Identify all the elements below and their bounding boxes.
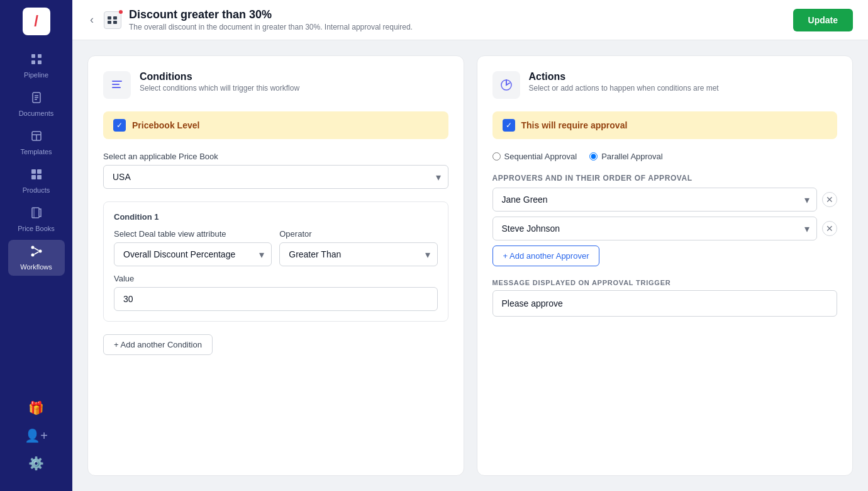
conditions-header-text: Conditions Select conditions which will … <box>140 71 299 93</box>
pricebook-banner-label: Pricebook Level <box>132 120 199 130</box>
svg-rect-26 <box>112 84 120 85</box>
products-icon <box>30 168 43 184</box>
actions-title: Actions <box>529 71 719 82</box>
svg-rect-2 <box>31 60 35 64</box>
sidebar-item-settings[interactable]: ⚙️ <box>8 451 65 476</box>
value-label: Value <box>114 274 438 283</box>
header-icon-dot <box>119 10 123 14</box>
actions-card-header: Actions Select or add actions to happen … <box>492 71 838 99</box>
conditions-subtitle: Select conditions which will trigger thi… <box>140 84 299 93</box>
svg-point-18 <box>31 254 34 257</box>
operator-col: Operator Greater Than Less Than Equal To… <box>279 229 437 266</box>
actions-card: Actions Select or add actions to happen … <box>477 55 854 476</box>
approvers-section: Approvers and in their order of approval… <box>492 174 838 266</box>
sidebar-item-workflows[interactable]: Workflows <box>8 240 65 276</box>
value-input[interactable] <box>114 287 438 311</box>
header-text: Discount greater than 30% The overall di… <box>129 8 786 31</box>
main-content: ‹ Discount greater than 30% The overall … <box>72 0 868 491</box>
approval-type-row: Sequential Approval Parallel Approval <box>492 152 838 161</box>
header-title: Discount greater than 30% <box>129 8 786 21</box>
svg-rect-0 <box>31 54 35 58</box>
add-condition-button[interactable]: + Add another Condition <box>103 334 213 355</box>
back-button[interactable]: ‹ <box>87 11 96 29</box>
select-price-book-section: Select an applicable Price Book USA Euro… <box>103 152 448 189</box>
update-button[interactable]: Update <box>793 9 853 31</box>
documents-icon <box>30 91 43 107</box>
templates-icon <box>30 130 43 145</box>
approver-2-row: Steve Johnson Jane Green ✕ <box>492 217 838 240</box>
logo-slash: / <box>34 14 38 29</box>
svg-rect-25 <box>112 81 122 82</box>
conditions-title: Conditions <box>140 71 299 82</box>
attribute-col: Select Deal table view attribute Overall… <box>114 229 272 266</box>
svg-rect-21 <box>108 16 111 20</box>
approval-banner: ✓ This will require approval <box>492 111 838 139</box>
condition-1-title: Condition 1 <box>114 212 438 222</box>
parallel-approval-option[interactable]: Parallel Approval <box>589 152 663 161</box>
sidebar-label-products: Products <box>23 186 50 194</box>
svg-rect-23 <box>108 21 111 24</box>
parallel-radio[interactable] <box>589 152 598 161</box>
sidebar-label-workflows: Workflows <box>20 263 52 271</box>
svg-rect-14 <box>37 175 42 179</box>
sidebar-label-templates: Templates <box>20 148 52 155</box>
select-label: Select an applicable Price Book <box>103 152 448 161</box>
approval-check-icon: ✓ <box>503 119 515 132</box>
operator-select[interactable]: Greater Than Less Than Equal To Not Equa… <box>279 242 437 266</box>
svg-point-17 <box>38 250 42 253</box>
svg-line-19 <box>34 248 38 251</box>
sidebar-item-templates[interactable]: Templates <box>8 125 65 161</box>
sidebar: / Pipeline Docum <box>0 0 72 491</box>
conditions-icon-box <box>103 71 131 99</box>
sidebar-item-pipeline[interactable]: Pipeline <box>8 48 65 84</box>
svg-rect-11 <box>31 169 36 174</box>
sidebar-item-price-books[interactable]: Price Books <box>8 201 65 237</box>
add-condition-section: + Add another Condition <box>103 334 448 355</box>
operator-select-wrapper: Greater Than Less Than Equal To Not Equa… <box>279 242 437 266</box>
sequential-approval-option[interactable]: Sequential Approval <box>492 152 577 161</box>
add-approver-button[interactable]: + Add another Approver <box>492 246 600 266</box>
sidebar-bottom: 🎁 👤+ ⚙️ <box>8 395 65 483</box>
conditions-card-header: Conditions Select conditions which will … <box>103 71 448 99</box>
condition-1-box: Condition 1 Select Deal table view attri… <box>103 201 448 322</box>
actions-header-text: Actions Select or add actions to happen … <box>529 71 719 93</box>
remove-approver-2-button[interactable]: ✕ <box>822 221 837 236</box>
svg-rect-24 <box>113 21 117 24</box>
price-book-select-wrapper: USA Europe Asia Global <box>103 165 448 189</box>
approver-2-select[interactable]: Steve Johnson Jane Green <box>492 217 818 240</box>
attribute-select-wrapper: Overall Discount Percentage Line Item Di… <box>114 242 272 266</box>
header-subtitle: The overall discount in the document in … <box>129 23 786 31</box>
sidebar-item-products[interactable]: Products <box>8 163 65 199</box>
actions-icon-box <box>492 71 520 99</box>
svg-rect-1 <box>38 54 42 58</box>
approver-1-row: Jane Green Steve Johnson ✕ <box>492 188 838 212</box>
svg-rect-3 <box>38 60 42 64</box>
pipeline-icon <box>30 53 43 69</box>
svg-rect-12 <box>37 169 42 174</box>
sidebar-item-documents[interactable]: Documents <box>8 86 65 122</box>
approver-2-wrapper: Steve Johnson Jane Green <box>492 217 818 240</box>
sidebar-item-gifts[interactable]: 🎁 <box>8 395 65 420</box>
approver-1-select[interactable]: Jane Green Steve Johnson <box>492 188 818 212</box>
header: ‹ Discount greater than 30% The overall … <box>72 0 868 40</box>
sequential-radio[interactable] <box>492 152 501 161</box>
sequential-label: Sequential Approval <box>504 152 577 161</box>
attribute-select[interactable]: Overall Discount Percentage Line Item Di… <box>114 242 272 266</box>
remove-approver-1-button[interactable]: ✕ <box>822 192 837 207</box>
conditions-card: Conditions Select conditions which will … <box>87 55 464 476</box>
pricebook-check-icon: ✓ <box>113 119 126 132</box>
sidebar-label-pipeline: Pipeline <box>24 71 48 79</box>
sidebar-logo: / <box>23 8 50 35</box>
svg-point-16 <box>31 246 34 249</box>
price-books-icon <box>30 206 43 222</box>
message-input[interactable] <box>492 290 838 317</box>
approval-banner-label: This will require approval <box>521 120 628 130</box>
svg-rect-15 <box>32 208 39 218</box>
sidebar-item-user-add[interactable]: 👤+ <box>8 423 65 448</box>
message-section: MESSAGE DISPLAYED ON APPROVAL TRIGGER <box>492 279 838 317</box>
content-area: Conditions Select conditions which will … <box>72 40 868 491</box>
sidebar-label-price-books: Price Books <box>18 225 55 232</box>
attribute-label: Select Deal table view attribute <box>114 229 272 239</box>
price-book-select[interactable]: USA Europe Asia Global <box>103 165 448 189</box>
actions-subtitle: Select or add actions to happen when con… <box>529 84 719 93</box>
